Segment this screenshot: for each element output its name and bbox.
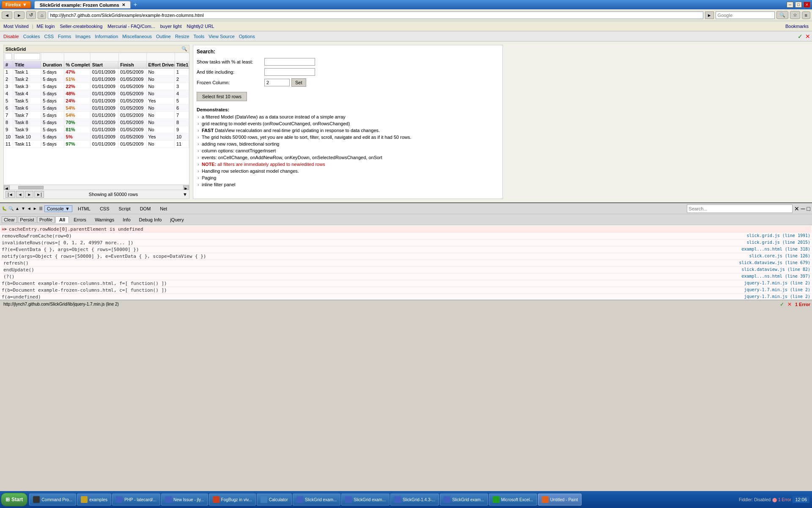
bookmark-nightly2[interactable]: Nightly2 URL <box>185 23 216 29</box>
taskbar-item[interactable]: FogBugz in viv... <box>209 494 256 505</box>
taskbar-item[interactable]: SlickGrid exam... <box>293 494 341 505</box>
console-file[interactable]: slick.dataview.js (line 82) <box>741 267 810 272</box>
maximize-button[interactable]: □ <box>795 2 802 8</box>
taskbar-item[interactable]: New Issue - jly... <box>161 494 208 505</box>
firebug-expand-icon[interactable]: □ <box>807 205 810 212</box>
reload-button[interactable]: ↺ <box>26 11 36 19</box>
console-file[interactable]: jquery-1.7.min.js (line 2) <box>744 287 810 292</box>
webdev-forms[interactable]: Forms <box>56 34 73 39</box>
console-file[interactable]: slick.grid.js (line 1991) <box>746 233 810 238</box>
and-title-input[interactable] <box>264 68 315 76</box>
col-header-start[interactable]: Start <box>91 61 118 68</box>
show-tasks-input[interactable] <box>264 58 315 66</box>
tab-close-icon[interactable]: ✕ <box>122 3 125 7</box>
scroll-right-btn[interactable]: ► <box>183 185 189 190</box>
home-button[interactable]: ⌂ <box>38 11 47 19</box>
go-button[interactable]: ► <box>705 11 714 19</box>
bookmarks-menu[interactable]: Bookmarks <box>784 23 810 29</box>
console-all-tab[interactable]: All <box>55 216 69 223</box>
firebug-console-tab[interactable]: Console ▼ <box>44 205 72 212</box>
bookmark-buyer-light[interactable]: buyer light <box>159 23 184 29</box>
console-errors-tab[interactable]: Errors <box>70 216 90 223</box>
col-header-effort[interactable]: Effort Driven <box>147 61 175 68</box>
start-button[interactable]: ⊞ Start <box>1 493 27 506</box>
console-line[interactable]: f(b=Document example-frozen-columns.html… <box>1 287 811 294</box>
bookmark-seller-create[interactable]: Seller-createbooking <box>58 23 104 29</box>
table-row[interactable]: 3 Task 3 5 days 22% 01/01/2009 01/05/200… <box>4 83 189 90</box>
bookmark-most-visited[interactable]: Most Visited <box>2 23 30 29</box>
clock[interactable]: 12:06 <box>793 496 809 503</box>
table-row[interactable]: 5 Task 5 5 days 24% 01/01/2009 01/05/200… <box>4 97 189 105</box>
back-button[interactable]: ◄ <box>2 11 12 19</box>
console-line[interactable]: f(a=undefined) jquery-1.7.min.js (line 2… <box>1 294 811 300</box>
firebug-left-icon[interactable]: ◄ <box>27 206 31 211</box>
firebug-up-icon[interactable]: ▲ <box>15 206 19 211</box>
table-row[interactable]: 4 Task 4 5 days 48% 01/01/2009 01/05/200… <box>4 90 189 97</box>
console-line[interactable]: (?() exampl...ns.html (line 397) <box>1 273 811 280</box>
taskbar-item[interactable]: Untitled - Paint <box>538 494 582 505</box>
table-row[interactable]: 7 Task 7 5 days 54% 01/01/2009 01/05/200… <box>4 112 189 119</box>
taskbar-item[interactable]: Microsoft Excel... <box>489 494 537 505</box>
firebug-menu-icon[interactable]: ☰ <box>39 206 43 211</box>
forward-button[interactable]: ► <box>14 11 25 19</box>
webdev-information[interactable]: Information <box>93 34 120 39</box>
console-file[interactable]: exampl...ns.html (line 397) <box>741 274 810 279</box>
firebug-right-icon[interactable]: ► <box>33 206 37 211</box>
clear-button[interactable]: Clear <box>2 216 17 223</box>
search-bar[interactable] <box>716 11 775 19</box>
console-file[interactable]: jquery-1.7.min.js (line 2) <box>744 281 810 285</box>
filter-title[interactable] <box>14 53 40 60</box>
taskbar-item[interactable]: SlickGrid exam... <box>440 494 488 505</box>
console-file[interactable]: slick.dataview.js (line 679) <box>739 260 810 265</box>
console-line[interactable]: removeRowFromCache(row=0) slick.grid.js … <box>1 233 811 240</box>
firebug-dom-tab[interactable]: DOM <box>136 205 155 213</box>
select-first-rows-button[interactable]: Select first 10 rows <box>197 92 247 101</box>
firefox-button[interactable]: Firefox ▼ <box>2 1 31 8</box>
firebug-min-icon[interactable]: ─ <box>801 205 805 212</box>
table-row[interactable]: 9 Task 9 5 days 81% 01/01/2009 01/05/200… <box>4 126 189 133</box>
console-jquery-tab[interactable]: jQuery <box>166 216 187 223</box>
bookmark-mercurial[interactable]: Mercurial - FAQ/Com... <box>106 23 156 29</box>
grid-settings-icon[interactable]: ▼ <box>183 192 187 197</box>
profile-button[interactable]: Profile <box>37 216 55 223</box>
bookmark-star-button[interactable]: ☆ <box>790 11 800 19</box>
webdev-tools[interactable]: Tools <box>192 34 206 39</box>
console-line[interactable]: endUpdate() slick.dataview.js (line 82) <box>1 267 811 273</box>
webdev-resize[interactable]: Resize <box>173 34 191 39</box>
console-file[interactable]: slick.core.js (line 126) <box>749 254 811 258</box>
grid-search-icon[interactable]: 🔍 <box>181 46 187 52</box>
console-warnings-tab[interactable]: Warnings <box>91 216 118 223</box>
webdev-miscellaneous[interactable]: Miscellaneous <box>121 34 154 39</box>
expand-icon[interactable]: ▶ <box>5 226 7 231</box>
minimize-button[interactable]: ─ <box>787 2 793 8</box>
console-line[interactable]: f(b=Document example-frozen-columns.html… <box>1 280 811 287</box>
firebug-inspect-icon[interactable]: 🔍 <box>8 206 14 211</box>
firebug-net-tab[interactable]: Net <box>156 205 171 213</box>
table-row[interactable]: 1 Task 1 5 days 47% 01/01/2009 01/05/200… <box>4 69 189 76</box>
console-info-tab[interactable]: Info <box>119 216 134 223</box>
console-line[interactable]: f?(e=EventData { }, args=Object { rows=[… <box>1 246 811 253</box>
col-header-title[interactable]: Title <box>13 61 41 68</box>
page-first-btn[interactable]: |◄ <box>5 191 15 198</box>
taskbar-item[interactable]: Calculator <box>257 494 292 505</box>
bookmark-me-login[interactable]: ME login <box>35 23 57 29</box>
webdev-cookies[interactable]: Cookies <box>22 34 42 39</box>
persist-button[interactable]: Persist <box>18 216 36 223</box>
page-prev-btn[interactable]: ◄ <box>16 191 25 198</box>
active-tab[interactable]: SlickGrid example: Frozen Columns ✕ <box>34 1 131 8</box>
taskbar-item[interactable]: PHP - latecard/... <box>112 494 160 505</box>
console-line[interactable]: ✕ ▶ cacheEntry.rowNode[0].parentElement … <box>1 226 811 233</box>
console-line[interactable]: notify(args=Object { rows=[50000] }, e=E… <box>1 253 811 260</box>
col-header-title1[interactable]: Title1 <box>175 61 189 68</box>
table-row[interactable]: 11 Task 11 5 days 97% 01/01/2009 01/05/2… <box>4 141 189 148</box>
taskbar-item[interactable]: examples <box>77 494 111 505</box>
table-row[interactable]: 6 Task 6 5 days 54% 01/01/2009 01/05/200… <box>4 105 189 112</box>
console-line[interactable]: refresh() slick.dataview.js (line 679) <box>1 260 811 267</box>
firebug-css-tab[interactable]: CSS <box>96 205 113 213</box>
frozen-column-input[interactable] <box>264 79 290 86</box>
taskbar-item[interactable]: SlickGrid-1.4.3-... <box>390 494 439 505</box>
console-file[interactable]: jquery-1.7.min.js (line 2) <box>744 294 810 299</box>
col-header-duration[interactable]: Duration <box>41 61 64 68</box>
firebug-close-icon[interactable]: ✕ <box>794 205 799 212</box>
webdev-images[interactable]: Images <box>74 34 92 39</box>
